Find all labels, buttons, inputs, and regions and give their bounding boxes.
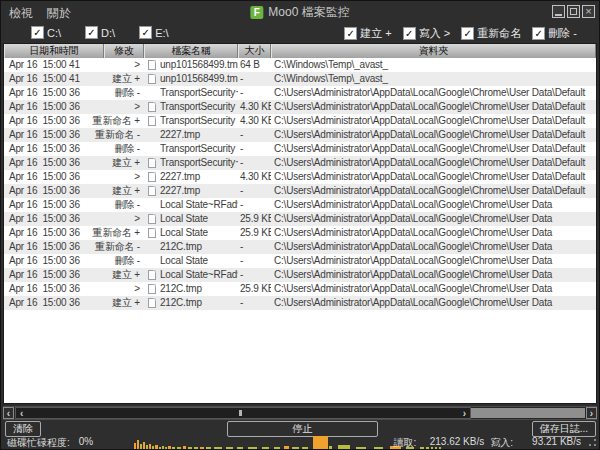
close-button[interactable]: × [582,5,595,18]
file-icon [148,186,156,196]
cell-datetime: Apr 16 15:00 36 [4,184,104,198]
filename-text: TransportSecurity~RF... [160,86,238,100]
cell-folder: C:\Users\Administrator\AppData\Local\Goo… [271,212,596,226]
cell-size: - [238,156,271,170]
checkbox-checked-icon[interactable]: ✓ [532,27,545,40]
filename-text: Local State~RFad91e3... [160,198,238,212]
cell-size: - [238,268,271,282]
table-row[interactable]: Apr 16 15:00 41 > unp101568499.tmp 64 B … [4,58,596,72]
cell-datetime: Apr 16 15:00 36 [4,198,104,212]
cell-datetime: Apr 16 15:00 36 [4,170,104,184]
file-icon [148,228,156,238]
table-row[interactable]: Apr 16 15:00 36 重新命名 - 212C.tmp - C:\Use… [4,240,596,254]
save-log-button[interactable]: 儲存日誌... [532,421,596,437]
filename-text: unp101568499.tmp [160,58,238,72]
scrollbar-thumb[interactable] [471,408,585,418]
inner-scrollbar-thumb[interactable] [239,410,242,416]
table-row[interactable]: Apr 16 15:00 36 建立 + Local State~RFad91e… [4,268,596,282]
drive-filter-checkbox[interactable]: ✓ D:\ [85,26,115,39]
cell-size: - [238,296,271,310]
table-row[interactable]: Apr 16 15:00 36 刪除 - TransportSecurity~R… [4,86,596,100]
cell-size: - [238,254,271,268]
event-filter-checkbox[interactable]: ✓ 重新命名 [461,26,521,41]
table-row[interactable]: Apr 16 15:00 36 重新命名 + Local State 25.9 … [4,226,596,240]
table-row[interactable]: Apr 16 15:00 36 重新命名 + TransportSecurity… [4,114,596,128]
cell-size: 4.30 KB [238,114,271,128]
minimize-button[interactable] [552,5,565,18]
drive-filter-checkbox[interactable]: ✓ C:\ [31,26,61,39]
column-header-filename[interactable]: 檔案名稱 [144,44,238,58]
checkbox-checked-icon[interactable]: ✓ [85,26,98,39]
table-row[interactable]: Apr 16 15:00 36 刪除 - TransportSecurity -… [4,142,596,156]
checkbox-checked-icon[interactable]: ✓ [31,26,44,39]
filename-text: 212C.tmp [160,240,202,254]
clear-button[interactable]: 清除 [5,421,41,437]
event-filter-checkbox[interactable]: ✓ 寫入 > [403,26,450,41]
table-row[interactable]: Apr 16 15:00 36 建立 + TransportSecurity~R… [4,156,596,170]
cell-folder: C:\Users\Administrator\AppData\Local\Goo… [271,156,596,170]
cell-datetime: Apr 16 15:00 41 [4,72,104,86]
menu-view[interactable]: 檢視 [9,5,33,22]
cell-modify: 重新命名 - [104,240,144,254]
table-row[interactable]: Apr 16 15:00 36 刪除 - Local State~RFad91e… [4,198,596,212]
cell-modify: > [104,170,144,184]
table-row[interactable]: Apr 16 15:00 36 重新命名 - 2227.tmp - C:\Use… [4,128,596,142]
inner-scroll-left-icon[interactable]: ‹ [20,408,23,418]
write-speed-value: 93.21 KB/s [519,436,581,450]
cell-size: 25.9 KB [238,226,271,240]
app-logo-icon: F [250,6,263,19]
cell-modify: 刪除 - [104,198,144,212]
filename-text: TransportSecurity [160,100,235,114]
scroll-left-button[interactable]: ‹ [3,407,14,419]
table-row[interactable]: Apr 16 15:00 36 > TransportSecurity 4.30… [4,100,596,114]
cell-size: - [238,142,271,156]
drive-filter-checkbox[interactable]: ✓ E:\ [139,26,168,39]
filename-text: TransportSecurity [160,142,235,156]
cell-folder: C:\Users\Administrator\AppData\Local\Goo… [271,282,596,296]
cell-size: - [238,72,271,86]
filename-text: TransportSecurity~RF... [160,156,238,170]
column-header-modify[interactable]: 修改 [104,44,144,58]
table-row[interactable]: Apr 16 15:00 36 > Local State 25.9 KB C:… [4,212,596,226]
checkbox-label: 建立 + [360,26,391,41]
table-row[interactable]: Apr 16 15:00 36 > 2227.tmp 4.30 KB C:\Us… [4,170,596,184]
window-title-text: Moo0 檔案監控 [268,4,349,21]
column-header-datetime[interactable]: 日期和時間 [4,44,104,58]
scroll-right-button[interactable]: › [586,407,597,419]
read-speed-label: 讀取: [393,436,416,450]
event-filter-checkbox[interactable]: ✓ 刪除 - [532,26,577,41]
checkbox-checked-icon[interactable]: ✓ [139,26,152,39]
resize-grip[interactable] [589,439,596,446]
checkbox-checked-icon[interactable]: ✓ [403,27,416,40]
table-row[interactable]: Apr 16 15:00 36 刪除 - Local State - C:\Us… [4,254,596,268]
disk-load-value: 0% [79,436,93,450]
maximize-button[interactable] [567,5,580,18]
cell-modify: > [104,58,144,72]
checkbox-checked-icon[interactable]: ✓ [344,27,357,40]
cell-size: - [238,128,271,142]
cell-datetime: Apr 16 15:00 36 [4,156,104,170]
cell-folder: C:\Windows\Temp\_avast_ [271,72,596,86]
column-header-size[interactable]: 大小 [238,44,271,58]
cell-folder: C:\Users\Administrator\AppData\Local\Goo… [271,254,596,268]
cell-filename: 2227.tmp [144,170,238,184]
filename-text: 2227.tmp [160,128,200,142]
table-row[interactable]: Apr 16 15:00 36 > 212C.tmp 25.9 KB C:\Us… [4,282,596,296]
write-speed-label: 寫入: [490,436,513,450]
file-icon [148,214,156,224]
table-row[interactable]: Apr 16 15:00 36 建立 + 2227.tmp - C:\Users… [4,184,596,198]
cell-datetime: Apr 16 15:00 36 [4,240,104,254]
cell-filename: 212C.tmp [144,240,238,254]
inner-scroll-right-icon[interactable]: › [463,408,466,418]
table-row[interactable]: Apr 16 15:00 41 建立 + unp101568499.tmp - … [4,72,596,86]
inner-scrollbar-track[interactable]: ‹ › [15,407,471,419]
checkbox-checked-icon[interactable]: ✓ [461,27,474,40]
disk-load-status: 磁碟忙碌程度: 0% [7,436,93,450]
cell-size: 64 B [238,58,271,72]
event-filter-checkbox[interactable]: ✓ 建立 + [344,26,391,41]
filename-text: Local State [160,212,208,226]
menu-about[interactable]: 關於 [47,5,71,22]
table-row[interactable]: Apr 16 15:00 36 建立 + 212C.tmp - C:\Users… [4,296,596,310]
horizontal-scrollbar[interactable]: ‹ ‹ › › [3,406,597,420]
column-header-folder[interactable]: 資料夾 [271,44,596,58]
